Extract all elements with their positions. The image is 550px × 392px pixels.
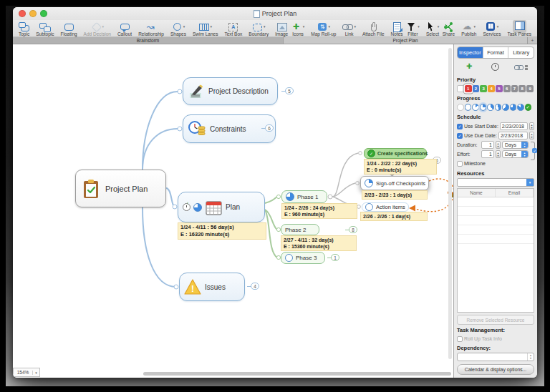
toolbar-subtopic-button[interactable]: Subtopic <box>36 21 54 36</box>
priority-6-button[interactable]: 6 <box>503 85 511 92</box>
topic-constraints[interactable]: Constraints <box>183 114 276 143</box>
toolbar-notes-button[interactable]: Notes <box>391 21 403 36</box>
resource-row-empty[interactable] <box>458 216 534 225</box>
priority-1-button[interactable]: 1 <box>465 85 472 92</box>
toolbar-map-roll-up-button[interactable]: ▾Map Roll-up <box>311 21 336 36</box>
close-button[interactable] <box>19 10 26 17</box>
topic-phase-1[interactable]: Phase 1 <box>281 190 327 203</box>
priority-2-button[interactable]: 2 <box>473 85 480 92</box>
toolbar-link-button[interactable]: ▾Link <box>342 21 356 36</box>
toolbar-services-button[interactable]: ▾Services <box>483 21 501 36</box>
topic-project-plan[interactable]: Project Plan <box>75 170 166 207</box>
toolbar-filter-button[interactable]: ▾Filter <box>406 21 420 36</box>
duration-stepper[interactable]: ▴▾ <box>496 141 501 149</box>
topic-action-items[interactable]: Action items <box>362 202 409 212</box>
collapse-badge-issues[interactable]: 4 <box>251 283 259 290</box>
tab-library[interactable]: Library <box>508 47 534 58</box>
topic-plan[interactable]: Plan <box>178 192 265 222</box>
topic-phase-3[interactable]: Phase 3 <box>281 252 325 264</box>
progress-88pct-button[interactable] <box>517 104 524 111</box>
toolbar-shapes-button[interactable]: ▾Shapes <box>170 21 186 36</box>
duration-unit-select[interactable]: Days ▴▾ <box>502 141 529 149</box>
tab-brainstorm[interactable]: Brainstorm <box>13 37 284 44</box>
priority-3-button[interactable]: 3 <box>480 85 487 92</box>
progress-63pct-button[interactable] <box>502 104 509 111</box>
roll-up-task-info-checkbox[interactable] <box>457 336 463 342</box>
progress-25pct-button[interactable] <box>480 104 487 111</box>
zoom-button[interactable] <box>40 10 47 17</box>
resources-combo[interactable]: ▾ <box>457 178 534 187</box>
topic-signoff-checkpoints[interactable]: Sign-off Checkpoints <box>360 176 429 190</box>
linked-checkbox[interactable]: ✓ <box>532 148 537 153</box>
effort-unit-select[interactable]: Days ▴▾ <box>502 150 529 158</box>
clock-icon[interactable] <box>488 62 503 72</box>
vertical-scrollbar[interactable] <box>448 48 452 359</box>
priority-9-button[interactable]: 9 <box>526 85 534 92</box>
progress-75pct-button[interactable] <box>510 104 517 111</box>
mindmap-canvas[interactable]: Project Plan Project Description 5 <box>13 44 453 378</box>
zoom-level-select[interactable]: 154% ▾ <box>13 368 40 377</box>
collapse-badge-phase-2[interactable]: 8 <box>349 226 357 233</box>
priority-7-button[interactable]: 7 <box>511 85 518 92</box>
remove-selected-resource-button[interactable]: Remove Selected Resource <box>457 315 534 325</box>
topic-phase-2[interactable]: Phase 2 <box>281 224 319 235</box>
topic-project-description[interactable]: Project Description <box>183 77 278 105</box>
toolbar-boundary-button[interactable]: ▾Boundary <box>249 21 269 36</box>
collapse-badge-constraints[interactable]: 6 <box>265 124 274 132</box>
priority-5-button[interactable]: 5 <box>496 85 503 92</box>
toolbar-callout-button[interactable]: Callout <box>117 21 132 36</box>
toolbar-swim-lanes-button[interactable]: ▾Swim Lanes <box>193 21 218 36</box>
progress-done-button[interactable]: ✓ <box>525 104 532 111</box>
due-date-field[interactable]: 2/23/2018 <box>498 132 528 139</box>
toolbar-relationship-button[interactable]: Relationship <box>138 21 164 36</box>
tab-format[interactable]: Format <box>483 47 509 58</box>
toolbar-add-decision-button[interactable]: ▾Add Decision <box>84 21 111 36</box>
resources-combo-field[interactable] <box>458 179 526 186</box>
priority-4-button[interactable]: 4 <box>488 85 495 92</box>
progress-none-button[interactable] <box>457 104 464 111</box>
toolbar-task-panes-button[interactable]: Task Panes <box>507 21 531 36</box>
collapse-badge-phase-3[interactable]: 1 <box>331 254 339 261</box>
progress-13pct-button[interactable] <box>472 104 479 111</box>
tab-project-plan[interactable]: Project Plan <box>284 37 528 44</box>
toolbar-floating-button[interactable]: Floating <box>60 21 77 36</box>
toolbar-attach-file-button[interactable]: Attach File <box>362 21 385 36</box>
due-date-stepper[interactable]: ▴▾ <box>529 132 534 139</box>
resource-row-empty[interactable] <box>458 207 534 216</box>
effort-stepper[interactable]: ▴▾ <box>496 150 501 158</box>
link-paperclip-icon[interactable] <box>514 62 529 72</box>
toolbar-publish-button[interactable]: ▾Publish <box>461 21 476 36</box>
priority-8-button[interactable]: 8 <box>518 85 526 92</box>
progress-0pct-button[interactable] <box>465 104 472 111</box>
priority-none-button[interactable] <box>457 85 464 92</box>
add-task-icon[interactable] <box>463 62 477 72</box>
progress-50pct-button[interactable] <box>495 104 502 111</box>
topic-create-specifications[interactable]: ✓ Create specifications <box>364 148 427 159</box>
toolbar-topic-button[interactable]: Topic <box>19 21 29 36</box>
start-date-stepper[interactable]: ▴▾ <box>529 122 534 130</box>
resources-table[interactable]: Name Email <box>457 188 534 313</box>
toolbar-share-button[interactable]: Share <box>443 21 455 36</box>
use-start-date-checkbox[interactable]: ✓ <box>457 124 463 129</box>
progress-38pct-button[interactable] <box>487 104 494 111</box>
dependency-select[interactable]: ▴▾ <box>457 353 534 361</box>
use-due-date-checkbox[interactable]: ✓ <box>457 133 463 139</box>
collapse-badge-project-description[interactable]: 5 <box>285 87 294 94</box>
minimize-button[interactable] <box>29 10 37 17</box>
milestone-checkbox[interactable] <box>457 161 463 167</box>
resource-row-empty[interactable] <box>458 235 534 244</box>
toolbar-image-button[interactable]: Image <box>275 21 288 36</box>
toolbar-text-box-button[interactable]: Text Box <box>224 21 242 36</box>
horizontal-scrollbar[interactable] <box>143 372 451 376</box>
resource-row-empty[interactable] <box>458 197 534 207</box>
toolbar-select-button[interactable]: ▾Select <box>426 21 440 36</box>
calendar-display-options-button[interactable]: Calendar & display options... <box>457 364 534 375</box>
start-date-field[interactable]: 2/23/2018 <box>500 122 528 130</box>
toolbar-icons-button[interactable]: ▾Icons <box>291 21 305 36</box>
effort-value-field[interactable]: 1 <box>481 150 494 158</box>
add-tab-button[interactable]: + <box>528 37 537 44</box>
resource-row-empty[interactable] <box>458 225 534 235</box>
topic-issues[interactable]: ! Issues <box>179 273 245 301</box>
duration-value-field[interactable]: 1 <box>481 141 494 149</box>
tab-inspector[interactable]: Inspector <box>458 47 483 58</box>
